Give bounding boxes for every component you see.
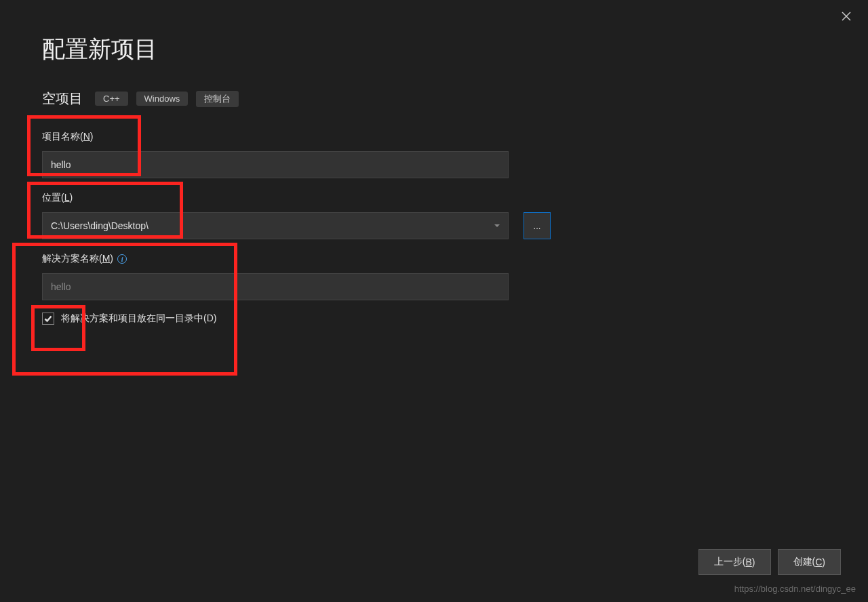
label-key: C bbox=[815, 557, 822, 567]
project-name-label: 项目名称(N) bbox=[42, 131, 826, 143]
same-directory-row: 将解决方案和项目放在同一目录中(D) bbox=[42, 313, 826, 325]
chevron-down-icon bbox=[494, 224, 500, 227]
location-value: C:\Users\ding\Desktop\ bbox=[51, 220, 149, 231]
label-text: ) bbox=[90, 131, 94, 142]
label-text: 将解决方案和项目放在同一目录中( bbox=[61, 313, 207, 323]
label-text: ) bbox=[822, 557, 825, 567]
tag-console: 控制台 bbox=[196, 91, 239, 107]
same-directory-checkbox[interactable] bbox=[42, 313, 54, 325]
label-text: ) bbox=[69, 192, 73, 203]
project-name-group: 项目名称(N) bbox=[42, 131, 826, 178]
label-text: ) bbox=[110, 253, 113, 264]
label-text: 位置( bbox=[42, 192, 64, 203]
location-row: C:\Users\ding\Desktop\ ... bbox=[42, 212, 826, 239]
location-group: 位置(L) C:\Users\ding\Desktop\ ... bbox=[42, 192, 826, 239]
tag-windows: Windows bbox=[136, 92, 189, 106]
browse-button[interactable]: ... bbox=[524, 212, 551, 239]
project-type-label: 空项目 bbox=[42, 89, 83, 108]
info-icon[interactable]: i bbox=[117, 254, 127, 264]
solution-name-label: 解决方案名称(M) i bbox=[42, 253, 826, 265]
footer-buttons: 上一步(B) 创建(C) bbox=[698, 549, 841, 575]
same-directory-label: 将解决方案和项目放在同一目录中(D) bbox=[61, 313, 216, 325]
label-text: 解决方案名称( bbox=[42, 253, 102, 264]
label-key: B bbox=[746, 557, 752, 567]
close-button[interactable] bbox=[838, 8, 854, 24]
label-key: M bbox=[102, 253, 111, 264]
label-text: ) bbox=[752, 557, 755, 567]
project-name-input[interactable] bbox=[42, 151, 509, 178]
page-title: 配置新项目 bbox=[42, 34, 826, 65]
create-button[interactable]: 创建(C) bbox=[778, 549, 841, 575]
project-type-row: 空项目 C++ Windows 控制台 bbox=[42, 89, 826, 108]
dialog-container: 配置新项目 空项目 C++ Windows 控制台 项目名称(N) 位置(L) … bbox=[0, 0, 868, 325]
solution-name-group: 解决方案名称(M) i 将解决方案和项目放在同一目录中(D) bbox=[42, 253, 826, 325]
location-label: 位置(L) bbox=[42, 192, 826, 204]
tag-cpp: C++ bbox=[95, 92, 128, 106]
label-text: 上一步( bbox=[714, 556, 746, 568]
location-select[interactable]: C:\Users\ding\Desktop\ bbox=[42, 212, 509, 239]
label-text: 创建( bbox=[793, 556, 816, 568]
label-text: ) bbox=[214, 313, 217, 323]
label-key: N bbox=[83, 131, 90, 142]
label-key: D bbox=[207, 313, 214, 323]
label-text: 项目名称( bbox=[42, 131, 83, 142]
watermark: https://blog.csdn.net/dingyc_ee bbox=[734, 584, 856, 594]
solution-name-input[interactable] bbox=[42, 273, 509, 300]
back-button[interactable]: 上一步(B) bbox=[698, 549, 771, 575]
